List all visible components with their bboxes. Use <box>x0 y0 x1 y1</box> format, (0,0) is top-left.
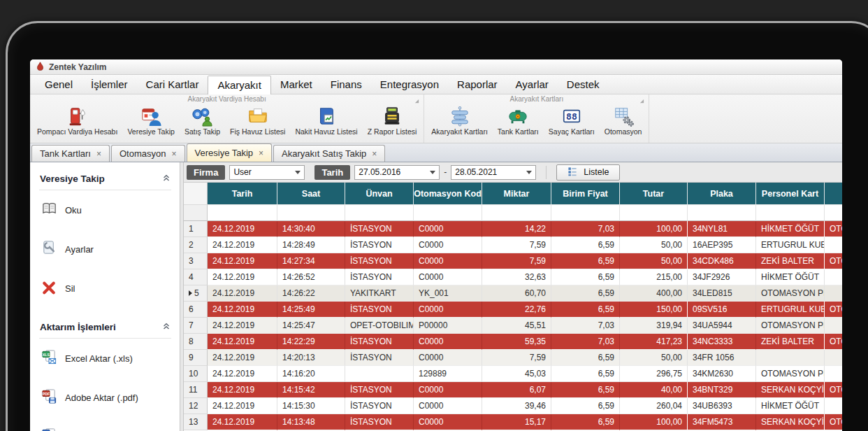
cell-personel[interactable]: OTOMASYON PER... <box>756 318 825 334</box>
cell-tarih[interactable]: 24.12.2019 <box>208 318 277 334</box>
cell-personel[interactable]: ERTUGRUL KUBAT <box>756 237 825 253</box>
cell-personel[interactable]: ERTUGRUL KUBAT <box>756 302 825 318</box>
menu-item-ayarlar[interactable]: Ayarlar <box>507 76 558 94</box>
ribbon-button-sayac-kartlari[interactable]: 88Sayaç Kartları <box>544 104 600 137</box>
cell-personel[interactable]: HİKMET ÖĞÜT <box>756 269 825 285</box>
cell-unvan[interactable]: İSTASYON <box>345 221 414 237</box>
table-row[interactable]: 1224.12.201914:15:30İSTASYONC000039,466,… <box>184 398 842 414</box>
cell-birim_fiyat[interactable]: 6,59 <box>551 366 620 382</box>
cell-saat[interactable]: 14:15:30 <box>277 398 345 414</box>
cell-plaka[interactable]: 34KM2630 <box>688 366 756 382</box>
cell-kod[interactable]: C0000 <box>414 334 482 350</box>
cell-miktar[interactable]: 7,59 <box>482 253 551 269</box>
date-from-select[interactable]: 27.05.2016 <box>354 165 440 180</box>
cell-saat[interactable]: 14:15:42 <box>277 382 345 398</box>
cell-tutar[interactable]: 296,75 <box>620 366 688 382</box>
cell-unvan[interactable] <box>345 366 414 382</box>
date-to-select[interactable]: 28.05.2021 <box>451 165 536 180</box>
cell-birim_fiyat[interactable]: 6,59 <box>551 285 620 302</box>
cell-kod[interactable]: C0000 <box>414 221 482 237</box>
cell-tutar[interactable]: 400,00 <box>620 285 688 302</box>
ribbon-button-pompaci-vardiya-hesabi[interactable]: Pompacı Vardiya Hesabı <box>32 104 122 137</box>
cell-personel[interactable]: OTOMASYON PER... <box>756 366 825 382</box>
cell-birim_fiyat[interactable]: 6,59 <box>551 414 620 430</box>
menu-item-islemler[interactable]: İşlemler <box>82 76 137 94</box>
ribbon-button-nakit-havuz-listesi[interactable]: Nakit Havuz Listesi <box>290 104 362 137</box>
cell-unvan[interactable]: İSTASYON <box>345 269 414 285</box>
cell-extra[interactable]: OTO <box>825 221 842 237</box>
ribbon-button-fis-havuz-listesi[interactable]: Fiş Havuz Listesi <box>225 104 290 137</box>
filter-cell-extra[interactable] <box>825 205 842 221</box>
cell-saat[interactable]: 14:13:48 <box>277 414 345 430</box>
cell-extra[interactable] <box>825 237 842 253</box>
cell-plaka[interactable]: 34CDK486 <box>688 253 756 269</box>
cell-personel[interactable]: SERKAN KOÇYİĞİT <box>756 414 825 430</box>
cell-plaka[interactable]: 34FR 1056 <box>688 350 756 366</box>
menu-item-akaryakit[interactable]: Akaryakıt <box>208 76 271 94</box>
cell-unvan[interactable]: İSTASYON <box>345 398 414 414</box>
sidebar-item-word-aktar[interactable]: DOCWord Aktar (.doc) <box>39 417 171 431</box>
cell-miktar[interactable]: 45,51 <box>482 318 551 334</box>
cell-tutar[interactable]: 40,00 <box>620 382 688 398</box>
table-row[interactable]: 1124.12.201914:15:42İSTASYONC00006,076,5… <box>184 382 842 398</box>
cell-miktar[interactable]: 6,07 <box>482 382 551 398</box>
menu-item-market[interactable]: Market <box>271 76 321 94</box>
cell-unvan[interactable]: YAKITKART <box>345 285 414 302</box>
cell-birim_fiyat[interactable]: 6,59 <box>551 398 620 414</box>
cell-kod[interactable]: C0000 <box>414 269 482 285</box>
cell-miktar[interactable]: 45,03 <box>482 366 551 382</box>
cell-miktar[interactable]: 32,63 <box>482 269 551 285</box>
cell-extra[interactable]: OTO <box>825 302 842 318</box>
cell-extra[interactable] <box>825 269 842 285</box>
cell-saat[interactable]: 14:27:34 <box>277 253 345 269</box>
table-row[interactable]: 824.12.201914:22:29İSTASYONC000059,357,0… <box>184 334 842 350</box>
cell-unvan[interactable]: İSTASYON <box>345 414 414 430</box>
dialog-launcher-icon[interactable] <box>639 97 644 102</box>
cell-plaka[interactable]: 34UA5944 <box>688 318 756 334</box>
filter-cell-miktar[interactable] <box>482 205 551 221</box>
cell-tutar[interactable]: 100,00 <box>620 414 688 430</box>
cell-birim_fiyat[interactable]: 6,59 <box>551 253 620 269</box>
cell-tutar[interactable]: 50,00 <box>620 253 688 269</box>
cell-miktar[interactable]: 60,70 <box>482 285 551 302</box>
cell-tutar[interactable]: 100,00 <box>620 221 688 237</box>
table-row[interactable]: 624.12.201914:25:49İSTASYONC000022,766,5… <box>184 302 842 318</box>
tab-tank-kartlari[interactable]: Tank Kartları× <box>31 145 110 162</box>
ribbon-button-z-rapor-listesi[interactable]: Z Rapor Listesi <box>363 104 422 137</box>
close-icon[interactable]: × <box>259 149 263 157</box>
cell-birim_fiyat[interactable]: 7,03 <box>551 221 620 237</box>
ribbon-button-satis-takip[interactable]: Satış Takip <box>180 104 225 137</box>
filter-cell-tarih[interactable] <box>208 205 277 221</box>
cell-tarih[interactable]: 24.12.2019 <box>208 382 277 398</box>
cell-tutar[interactable]: 150,00 <box>620 302 688 318</box>
filter-cell-saat[interactable] <box>277 205 345 221</box>
cell-extra[interactable] <box>825 318 842 334</box>
column-header-plaka[interactable]: Plaka <box>688 183 756 205</box>
tab-veresiye-takip[interactable]: Veresiye Takip× <box>187 143 273 162</box>
cell-personel[interactable]: ZEKİ BALTER <box>756 253 825 269</box>
column-header-kod[interactable]: Otomasyon Kod <box>414 183 482 205</box>
table-row[interactable]: 724.12.201914:25:47OPET-OTOBILIMP0000045… <box>184 318 842 334</box>
column-header-personel[interactable]: Personel Kart <box>756 183 825 205</box>
collapse-icon[interactable] <box>162 172 171 185</box>
sidebar-item-adobe-aktar[interactable]: PDFAdobe Aktar (.pdf) <box>39 378 171 417</box>
menu-item-cari-kartlar[interactable]: Cari Kartlar <box>137 76 208 94</box>
firma-select[interactable]: User <box>229 165 305 180</box>
cell-birim_fiyat[interactable]: 6,59 <box>551 269 620 285</box>
cell-unvan[interactable]: İSTASYON <box>345 350 414 366</box>
cell-tarih[interactable]: 24.12.2019 <box>208 285 277 302</box>
cell-unvan[interactable]: İSTASYON <box>345 334 414 350</box>
cell-miktar[interactable]: 39,46 <box>482 398 551 414</box>
cell-saat[interactable]: 14:22:29 <box>277 334 345 350</box>
cell-plaka[interactable]: 34BNT329 <box>688 382 756 398</box>
close-icon[interactable]: × <box>372 150 377 158</box>
cell-kod[interactable]: 129889 <box>414 366 482 382</box>
close-icon[interactable]: × <box>171 150 176 158</box>
cell-saat[interactable]: 14:20:13 <box>277 350 345 366</box>
column-header-birim_fiyat[interactable]: Birim Fiyat <box>551 183 620 205</box>
cell-unvan[interactable]: OPET-OTOBILIM <box>345 318 414 334</box>
cell-unvan[interactable]: İSTASYON <box>345 253 414 269</box>
tab-otomasyon[interactable]: Otomasyon× <box>111 145 185 162</box>
cell-personel[interactable]: HİKMET ÖĞÜT <box>756 398 825 414</box>
filter-cell-birim_fiyat[interactable] <box>551 205 620 221</box>
